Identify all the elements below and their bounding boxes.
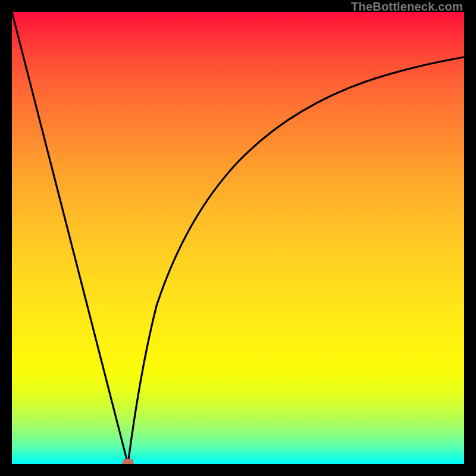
minimum-marker [123, 459, 133, 464]
bottleneck-curve [12, 12, 464, 464]
chart-frame: TheBottleneck.com [0, 0, 476, 476]
curve-path [12, 12, 464, 464]
attribution-text: TheBottleneck.com [351, 0, 463, 14]
plot-area [12, 12, 464, 464]
